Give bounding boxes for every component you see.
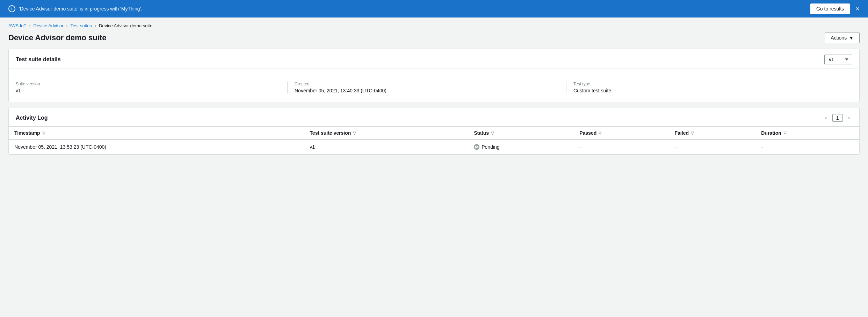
passed-sort-icon: ▽ [599,131,601,135]
detail-test-type: Test type Custom test suite [573,82,852,93]
banner-left: i 'Device Advisor demo suite' is in prog… [8,5,142,12]
cell-status: Pending [468,140,574,154]
duration-sort-icon: ▽ [783,131,786,135]
col-status: Status ▽ [468,127,574,140]
test-suite-details-title: Test suite details [16,56,61,63]
notification-banner: i 'Device Advisor demo suite' is in prog… [0,0,868,17]
activity-log-title: Activity Log [16,115,48,121]
banner-right: Go to results × [810,3,860,14]
banner-message: 'Device Advisor demo suite' is in progre… [19,6,142,12]
table-header-row: Timestamp ▽ Test suite version ▽ [9,127,859,140]
status-text: Pending [482,144,499,150]
breadcrumb-test-suites[interactable]: Test suites [71,23,92,28]
banner-close-button[interactable]: × [855,5,860,12]
col-failed: Failed ▽ [669,127,756,140]
failed-sort-icon: ▽ [691,131,694,135]
activity-log-card: Activity Log ‹ 1 › Timestamp ▽ [8,108,860,155]
cell-timestamp: November 05, 2021, 13:53:23 (UTC-0400) [9,140,304,154]
go-to-results-button[interactable]: Go to results [810,3,850,14]
pending-icon [474,144,479,150]
activity-log-table: Timestamp ▽ Test suite version ▽ [9,126,859,154]
actions-chevron-icon: ▼ [849,35,854,41]
test-suite-details-card: Test suite details v1 Suite version v1 C… [8,49,860,102]
pagination: ‹ 1 › [823,114,852,122]
breadcrumb-sep-1: › [29,23,31,28]
breadcrumb: AWS IoT › Device Advisor › Test suites ›… [8,23,860,28]
suite-version-sort-icon: ▽ [353,131,356,135]
main-content: AWS IoT › Device Advisor › Test suites ›… [0,17,868,166]
breadcrumb-current: Device Advisor demo suite [99,23,152,28]
cell-passed: - [574,140,669,154]
breadcrumb-device-advisor[interactable]: Device Advisor [34,23,64,28]
version-select[interactable]: v1 [824,55,852,64]
cell-failed: - [669,140,756,154]
cell-suite-version: v1 [304,140,468,154]
actions-button[interactable]: Actions ▼ [825,33,860,43]
col-duration: Duration ▽ [755,127,859,140]
svg-line-2 [477,147,477,148]
pagination-current-page: 1 [832,114,843,122]
table-body: November 05, 2021, 13:53:23 (UTC-0400) v… [9,140,859,154]
detail-test-type-value: Custom test suite [573,88,845,93]
col-suite-version: Test suite version ▽ [304,127,468,140]
pagination-next-button[interactable]: › [846,114,852,122]
activity-log-table-container: Timestamp ▽ Test suite version ▽ [9,126,859,154]
detail-suite-version: Suite version v1 [16,82,288,93]
page-title: Device Advisor demo suite [8,33,106,42]
detail-test-type-label: Test type [573,82,845,86]
status-sort-icon: ▽ [491,131,494,135]
detail-created-label: Created [295,82,559,86]
test-suite-details-header: Test suite details v1 [9,49,859,69]
breadcrumb-sep-3: › [95,23,96,28]
breadcrumb-aws-iot[interactable]: AWS IoT [8,23,27,28]
actions-label: Actions [831,35,847,41]
test-suite-details-body: Suite version v1 Created November 05, 20… [9,69,859,102]
detail-suite-version-value: v1 [16,88,280,93]
breadcrumb-sep-2: › [66,23,68,28]
detail-suite-version-label: Suite version [16,82,280,86]
pagination-prev-button[interactable]: ‹ [823,114,829,122]
activity-log-header: Activity Log ‹ 1 › [9,108,859,126]
cell-duration: - [755,140,859,154]
status-pending: Pending [474,144,568,150]
info-icon: i [8,5,15,12]
detail-created-value: November 05, 2021, 13:40:33 (UTC-0400) [295,88,559,93]
detail-created: Created November 05, 2021, 13:40:33 (UTC… [295,82,566,93]
details-grid: Suite version v1 Created November 05, 20… [16,76,852,95]
page-title-row: Device Advisor demo suite Actions ▼ [8,33,860,43]
col-timestamp: Timestamp ▽ [9,127,304,140]
table-row: November 05, 2021, 13:53:23 (UTC-0400) v… [9,140,859,154]
col-passed: Passed ▽ [574,127,669,140]
timestamp-sort-icon: ▽ [42,131,45,135]
